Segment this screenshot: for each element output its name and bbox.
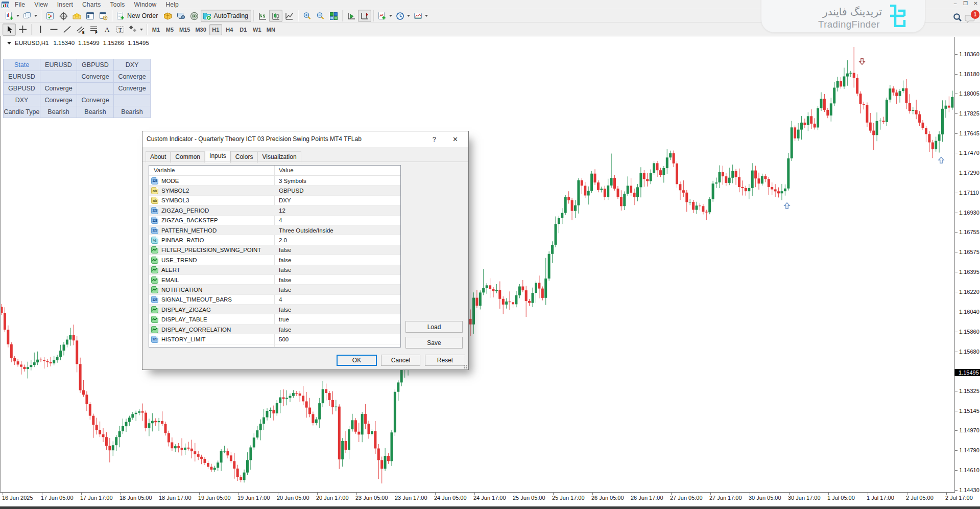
restore-button[interactable]: ❐ — [962, 1, 969, 6]
variable-value[interactable]: Three Outside/Inside — [274, 227, 333, 234]
timeframe-mn-button[interactable]: MN — [265, 24, 277, 35]
templates-button[interactable] — [412, 10, 429, 22]
variable-value[interactable]: false — [274, 267, 291, 273]
price-alert-button[interactable] — [161, 10, 174, 22]
variable-value[interactable]: 4 — [274, 217, 282, 223]
input-row-use_trend[interactable]: USE_TRENDfalse — [149, 255, 400, 265]
channel-button[interactable]: E — [74, 24, 87, 36]
dialog-tab-about[interactable]: About — [146, 151, 171, 163]
dropdown-caret-icon[interactable] — [140, 29, 143, 31]
indicators-button[interactable] — [376, 10, 394, 22]
dropdown-caret-icon[interactable] — [389, 15, 392, 17]
input-row-symbol2[interactable]: abSYMBOL2GBPUSD — [149, 186, 400, 195]
variable-value[interactable]: false — [274, 247, 291, 253]
input-row-display_correlation[interactable]: DISPLAY_CORRELATIONfalse — [149, 325, 400, 334]
market-profile-button[interactable] — [43, 10, 57, 22]
dialog-tab-inputs[interactable]: Inputs — [205, 151, 231, 163]
menu-window[interactable]: Window — [130, 1, 161, 8]
input-row-pinbar_ratio[interactable]: ½PINBAR_RATIO2.0 — [149, 235, 400, 245]
variable-value[interactable]: false — [274, 277, 291, 283]
variable-value[interactable]: 2.0 — [274, 237, 287, 243]
variable-value[interactable]: 3 Symbols — [274, 178, 306, 184]
input-row-zigzag_period[interactable]: 123ZIGZAG_PERIOD12 — [149, 205, 400, 215]
timeframe-h4-button[interactable]: H4 — [223, 24, 236, 35]
auto-scroll-button[interactable] — [345, 10, 358, 22]
variable-value[interactable]: 4 — [274, 296, 282, 303]
text-label-button[interactable]: T — [113, 24, 127, 36]
variable-value[interactable]: 12 — [274, 207, 285, 214]
ok-button[interactable]: OK — [337, 355, 377, 366]
variable-value[interactable]: false — [274, 257, 291, 263]
autotrading-button[interactable]: AutoTrading — [201, 10, 251, 22]
search-icon[interactable] — [952, 12, 963, 24]
close-button[interactable]: ✕ — [972, 1, 979, 6]
input-row-zigzag_backstep[interactable]: 123ZIGZAG_BACKSTEP4 — [149, 216, 400, 225]
load-button[interactable]: Load — [405, 321, 463, 333]
dialog-tab-common[interactable]: Common — [171, 151, 205, 163]
variable-value[interactable]: DXY — [274, 197, 291, 203]
zoom-out-button[interactable] — [314, 10, 327, 22]
input-row-display_table[interactable]: DISPLAY_TABLEtrue — [149, 314, 400, 324]
menu-help[interactable]: Help — [161, 1, 183, 8]
variable-value[interactable]: true — [274, 316, 289, 322]
favorites-button[interactable] — [70, 10, 83, 22]
time-axis[interactable]: 16 Jun 202517 Jun 05:0017 Jun 17:0018 Ju… — [0, 492, 980, 506]
input-row-filter_precision_swing_point[interactable]: FILTER_PRECISION_SWING_POINTfalse — [149, 245, 400, 255]
collapse-triangle-icon[interactable] — [7, 42, 11, 44]
dialog-help-button[interactable]: ? — [433, 135, 436, 143]
new-order-button[interactable]: New Order — [114, 10, 161, 22]
crosshair-button[interactable] — [16, 24, 29, 36]
vline-button[interactable] — [34, 24, 47, 36]
dropdown-caret-icon[interactable] — [407, 15, 410, 17]
variable-value[interactable]: 500 — [274, 336, 289, 342]
input-row-alert[interactable]: ALERTfalse — [149, 265, 400, 275]
dialog-close-button[interactable]: ✕ — [452, 135, 458, 143]
dropdown-caret-icon[interactable] — [425, 15, 428, 17]
menu-file[interactable]: File — [10, 1, 30, 8]
tile-windows-button[interactable] — [327, 10, 340, 22]
dialog-tab-visualization[interactable]: Visualization — [257, 151, 301, 163]
text-button[interactable]: A — [100, 24, 113, 36]
price-axis[interactable]: 1.183601.181801.180051.178251.176451.174… — [954, 36, 980, 493]
variable-value[interactable]: false — [274, 307, 291, 313]
input-row-display_zigzag[interactable]: DISPLAY_ZIGZAGfalse — [149, 305, 400, 314]
menu-tools[interactable]: Tools — [106, 1, 130, 8]
timeframe-m5-button[interactable]: M5 — [163, 24, 176, 35]
timeframe-h1-button[interactable]: H1 — [209, 24, 222, 35]
minimize-button[interactable]: – — [952, 1, 959, 6]
timeframe-w1-button[interactable]: W1 — [251, 24, 264, 35]
periods-button[interactable] — [394, 10, 412, 22]
timeframe-m1-button[interactable]: M1 — [150, 24, 162, 35]
input-row-pattern_method[interactable]: 123PATTERN_METHODThree Outside/Inside — [149, 225, 400, 235]
strategy-tester-button[interactable] — [187, 10, 201, 22]
timeframe-m30-button[interactable]: M30 — [193, 24, 208, 35]
input-row-symbol3[interactable]: abSYMBOL3DXY — [149, 196, 400, 205]
variable-value[interactable]: GBPUSD — [274, 188, 304, 194]
reset-button[interactable]: Reset — [425, 355, 465, 366]
zoom-in-button[interactable] — [300, 10, 314, 22]
menu-charts[interactable]: Charts — [78, 1, 106, 8]
variable-value[interactable]: false — [274, 327, 291, 333]
input-row-history_limit[interactable]: 123HISTORY_LIMIT500 — [149, 334, 400, 344]
candle-chart-button[interactable] — [269, 10, 282, 22]
dropdown-caret-icon[interactable] — [16, 15, 19, 17]
input-row-notification[interactable]: NOTIFICATIONfalse — [149, 285, 400, 294]
dialog-titlebar[interactable]: Custom Indicator - Quarterly Theory ICT … — [142, 131, 468, 147]
dropdown-caret-icon[interactable] — [34, 15, 37, 17]
new-chart-button[interactable] — [3, 10, 21, 22]
pointer-button[interactable] — [3, 24, 16, 36]
line-chart-button[interactable] — [282, 10, 296, 22]
variable-value[interactable]: false — [274, 287, 291, 293]
resize-grip[interactable] — [464, 365, 467, 368]
hline-button[interactable] — [47, 24, 60, 36]
shapes-button[interactable] — [127, 24, 145, 36]
trendline-button[interactable] — [60, 24, 74, 36]
menu-insert[interactable]: Insert — [53, 1, 78, 8]
input-row-email[interactable]: EMAILfalse — [149, 275, 400, 285]
market-watch-button[interactable] — [83, 10, 97, 22]
chart-shift-button[interactable] — [358, 10, 371, 22]
timeframe-d1-button[interactable]: D1 — [237, 24, 250, 35]
save-button[interactable]: Save — [405, 337, 463, 349]
timeframe-m15-button[interactable]: M15 — [177, 24, 192, 35]
cancel-button[interactable]: Cancel — [381, 355, 420, 366]
